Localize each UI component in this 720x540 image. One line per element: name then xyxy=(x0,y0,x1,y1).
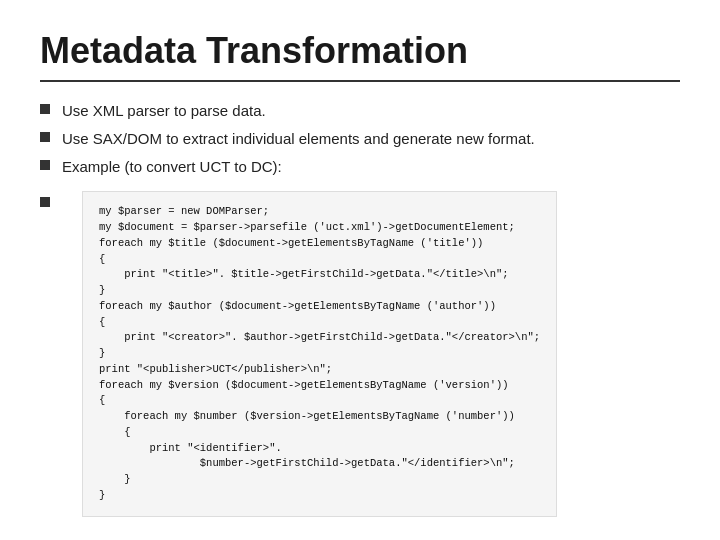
bullet-icon-1 xyxy=(40,104,50,114)
bullet-item-3: Example (to convert UCT to DC): xyxy=(40,156,680,178)
slide-title: Metadata Transformation xyxy=(40,30,680,82)
slide: Metadata Transformation Use XML parser t… xyxy=(0,0,720,540)
code-bullet-icon xyxy=(40,197,50,207)
bullet-icon-3 xyxy=(40,160,50,170)
bullet-text-1: Use XML parser to parse data. xyxy=(62,100,266,122)
code-section: my $parser = new DOMParser; my $document… xyxy=(40,191,680,516)
bullet-list: Use XML parser to parse data. Use SAX/DO… xyxy=(40,100,680,177)
code-block: my $parser = new DOMParser; my $document… xyxy=(82,191,557,516)
bullet-text-2: Use SAX/DOM to extract individual elemen… xyxy=(62,128,535,150)
bullet-item-1: Use XML parser to parse data. xyxy=(40,100,680,122)
bullet-item-2: Use SAX/DOM to extract individual elemen… xyxy=(40,128,680,150)
bullet-icon-2 xyxy=(40,132,50,142)
bullet-text-3: Example (to convert UCT to DC): xyxy=(62,156,282,178)
